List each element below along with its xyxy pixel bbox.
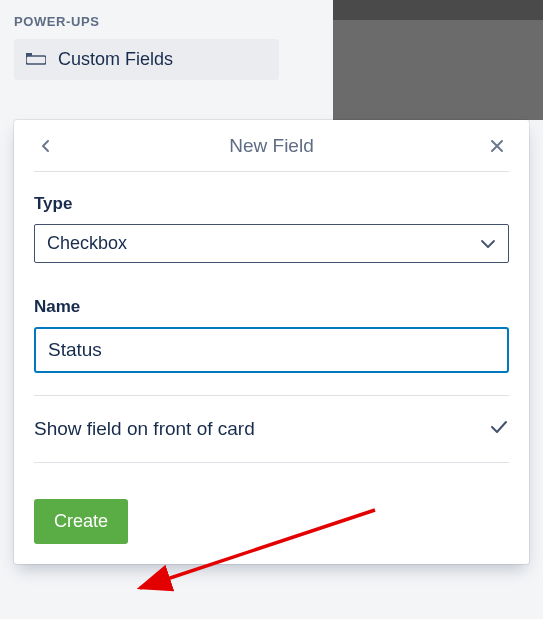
close-icon [489,138,505,154]
create-button[interactable]: Create [34,499,128,544]
custom-fields-label: Custom Fields [58,49,173,70]
name-input[interactable] [34,327,509,373]
name-label: Name [34,297,509,317]
popup-header: New Field [34,120,509,172]
background-overlay [333,0,543,20]
show-on-front-toggle[interactable]: Show field on front of card [34,395,509,463]
back-button[interactable] [34,134,58,158]
chevron-down-icon [480,239,496,249]
powerups-heading: POWER-UPS [14,14,319,29]
custom-fields-button[interactable]: Custom Fields [14,39,279,80]
check-icon [489,419,509,439]
custom-fields-icon [26,53,46,67]
close-button[interactable] [485,134,509,158]
sidebar: POWER-UPS Custom Fields [0,0,333,80]
new-field-popup: New Field Type Checkbox Name Show field … [14,120,529,564]
toggle-label: Show field on front of card [34,418,255,440]
svg-rect-1 [26,53,32,56]
chevron-left-icon [39,139,53,153]
type-select[interactable]: Checkbox [34,224,509,263]
popup-title: New Field [229,135,313,157]
type-value: Checkbox [47,233,127,254]
type-label: Type [34,194,509,214]
svg-rect-0 [26,56,46,64]
